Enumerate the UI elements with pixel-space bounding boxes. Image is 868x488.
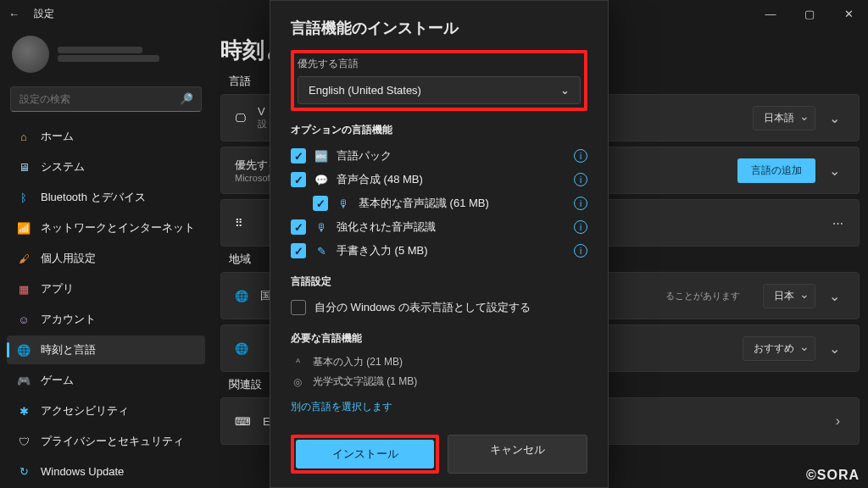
system-icon: 🖥: [17, 160, 31, 174]
info-icon[interactable]: i: [574, 149, 587, 163]
wifi-icon: 📶: [17, 221, 31, 235]
country-dropdown[interactable]: 日本: [763, 284, 815, 308]
app-title: 設定: [34, 7, 54, 21]
tts-icon: 💬: [314, 174, 328, 186]
optional-features-header: オプションの言語機能: [291, 123, 587, 137]
monitor-icon: 🖵: [235, 112, 246, 125]
mic-icon: 🎙: [337, 197, 350, 210]
checkbox-checked-icon[interactable]: ✓: [313, 196, 328, 211]
shield-icon: 🛡: [17, 435, 31, 448]
sidebar-item-windows-update[interactable]: ↻Windows Update: [7, 458, 205, 485]
close-button[interactable]: ✕: [829, 0, 868, 27]
choose-another-language-link[interactable]: 別の言語を選択します: [291, 400, 392, 414]
sidebar-item-home[interactable]: ⌂ホーム: [7, 122, 205, 151]
ocr-icon: ◎: [291, 376, 304, 388]
profile-email-redacted: [58, 55, 159, 62]
required-basic-typing: ᴬ 基本の入力 (21 MB): [291, 352, 587, 372]
highlight-preferred-language: 優先する言語 English (United States) ⌄: [291, 50, 587, 111]
bluetooth-icon: ᛒ: [17, 191, 31, 204]
info-icon[interactable]: i: [574, 173, 587, 186]
maximize-button[interactable]: ▢: [790, 0, 829, 27]
feature-basic-speech[interactable]: ✓ 🎙 基本的な音声認識 (61 MB) i: [291, 191, 587, 215]
checkbox-checked-icon[interactable]: ✓: [291, 243, 306, 258]
drag-handle-icon[interactable]: ⠿: [235, 217, 243, 230]
feature-enhanced-speech[interactable]: ✓ 🎙 強化された音声認識 i: [291, 215, 587, 239]
search-input[interactable]: [10, 86, 202, 112]
avatar: [12, 36, 49, 73]
info-icon[interactable]: i: [574, 197, 587, 210]
sidebar-item-accessibility[interactable]: ✱アクセシビリティ: [7, 396, 205, 425]
info-icon[interactable]: i: [574, 220, 587, 234]
sidebar-item-gaming[interactable]: 🎮ゲーム: [7, 366, 205, 395]
feature-handwriting[interactable]: ✓ ✎ 手書き入力 (5 MB) i: [291, 239, 587, 263]
preferred-language-dropdown[interactable]: English (United States) ⌄: [298, 76, 581, 104]
regional-format-dropdown[interactable]: おすすめ: [743, 336, 815, 361]
sidebar-item-bluetooth[interactable]: ᛒBluetooth とデバイス: [7, 183, 205, 212]
brush-icon: 🖌: [17, 252, 31, 265]
watermark: ©SORA: [806, 468, 860, 483]
sidebar-item-time-language[interactable]: 🌐時刻と言語: [7, 336, 205, 364]
sidebar-item-apps[interactable]: ▦アプリ: [7, 274, 205, 303]
cancel-button[interactable]: キャンセル: [448, 435, 587, 474]
checkbox-checked-icon[interactable]: ✓: [291, 172, 306, 187]
install-language-features-dialog: 言語機能のインストール 優先する言語 English (United State…: [270, 0, 609, 488]
search-icon[interactable]: 🔍: [180, 92, 193, 105]
apps-icon: ▦: [17, 282, 31, 296]
mic-enhanced-icon: 🎙: [314, 221, 328, 234]
feature-language-pack[interactable]: ✓ 🔤 言語パック i: [291, 144, 587, 168]
keyboard-icon: ᴬ: [291, 357, 304, 369]
setting-set-display-language[interactable]: 自分の Windows の表示言語として設定する: [291, 296, 587, 319]
chevron-down-icon[interactable]: ⌄: [824, 288, 845, 304]
gamepad-icon: 🎮: [17, 374, 31, 387]
info-icon[interactable]: i: [574, 244, 587, 258]
preferred-language-label: 優先する言語: [298, 57, 581, 71]
sidebar-item-privacy[interactable]: 🛡プライバシーとセキュリティ: [7, 427, 205, 456]
minimize-button[interactable]: —: [751, 0, 790, 27]
add-language-button[interactable]: 言語の追加: [737, 158, 815, 183]
feature-tts[interactable]: ✓ 💬 音声合成 (48 MB) i: [291, 168, 587, 191]
sidebar-item-network[interactable]: 📶ネットワークとインターネット: [7, 214, 205, 242]
required-ocr: ◎ 光学式文字認識 (1 MB): [291, 372, 587, 391]
profile-block[interactable]: [7, 30, 205, 80]
checkbox-checked-icon[interactable]: ✓: [291, 148, 306, 164]
sidebar-item-personalization[interactable]: 🖌個人用設定: [7, 244, 205, 273]
chevron-down-icon: ⌄: [560, 84, 570, 97]
highlight-install-button: インストール: [291, 435, 439, 474]
display-language-dropdown[interactable]: 日本語: [753, 106, 815, 130]
language-pack-icon: 🔤: [314, 150, 328, 163]
chevron-right-icon[interactable]: ›: [831, 413, 845, 429]
chevron-down-icon[interactable]: ⌄: [824, 163, 845, 179]
home-icon: ⌂: [17, 130, 31, 143]
sidebar-item-accounts[interactable]: ☺アカウント: [7, 305, 205, 334]
clock-globe-icon: 🌐: [17, 343, 31, 357]
language-settings-header: 言語設定: [291, 274, 587, 289]
checkbox-checked-icon[interactable]: ✓: [291, 219, 306, 235]
pen-icon: ✎: [314, 245, 328, 258]
globe-format-icon: 🌐: [235, 342, 248, 355]
checkbox-unchecked-icon[interactable]: [291, 300, 306, 315]
install-button[interactable]: インストール: [296, 440, 434, 469]
chevron-down-icon[interactable]: ⌄: [824, 341, 845, 357]
chevron-down-icon[interactable]: ⌄: [824, 110, 845, 126]
update-icon: ↻: [17, 464, 31, 478]
required-features-header: 必要な言語機能: [291, 331, 587, 346]
back-icon[interactable]: ←: [8, 8, 20, 20]
dialog-title: 言語機能のインストール: [291, 18, 587, 38]
accessibility-icon: ✱: [17, 404, 31, 418]
more-icon[interactable]: ⋯: [832, 217, 845, 230]
keyboard-icon: ⌨: [235, 415, 251, 428]
globe-icon: 🌐: [235, 290, 248, 302]
profile-name-redacted: [58, 47, 142, 53]
sidebar-item-system[interactable]: 🖥システム: [7, 152, 205, 181]
account-icon: ☺: [17, 313, 31, 326]
